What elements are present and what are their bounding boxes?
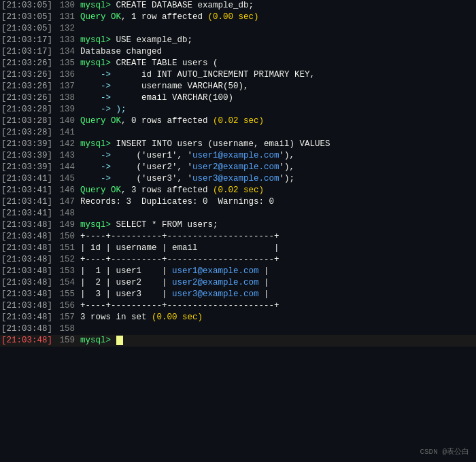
text-segment: +----+----------+---------------------+ bbox=[80, 232, 279, 241]
line-number: 149 bbox=[56, 219, 80, 231]
text-segment: user1@example.com bbox=[172, 266, 259, 276]
timestamp: [21:03:48] bbox=[1, 323, 56, 335]
text-segment: mysql> bbox=[80, 35, 116, 45]
terminal-line: [21:03:48]150+----+----------+----------… bbox=[0, 231, 476, 243]
text-segment: user2@example.com bbox=[172, 278, 259, 287]
text-segment: id INT AUTO_INCREMENT PRIMARY KEY, bbox=[141, 70, 315, 79]
text-segment: -> bbox=[80, 174, 137, 183]
terminal-line: [21:03:48]154| 2 | user2 | user2@example… bbox=[0, 277, 476, 289]
line-content: mysql> CREATE TABLE users ( bbox=[80, 58, 475, 69]
text-segment: | 3 | user3 | bbox=[80, 289, 172, 299]
text-segment: -> bbox=[80, 162, 137, 172]
terminal-line: [21:03:26]136 -> id INT AUTO_INCREMENT P… bbox=[0, 69, 476, 81]
line-number: 136 bbox=[56, 69, 80, 81]
text-segment: OK bbox=[111, 116, 121, 126]
terminal-line: [21:03:39]144 -> ('user2', 'user2@exampl… bbox=[0, 162, 476, 173]
text-segment: -> bbox=[80, 82, 141, 91]
timestamp: [21:03:26] bbox=[1, 92, 56, 104]
line-content: | id | username | email | bbox=[80, 243, 475, 254]
line-content: +----+----------+---------------------+ bbox=[80, 254, 475, 266]
line-number: 157 bbox=[56, 312, 80, 323]
text-segment: user3@example.com bbox=[192, 174, 279, 183]
text-segment: -> bbox=[80, 151, 137, 160]
timestamp: [21:03:05] bbox=[1, 0, 56, 12]
line-content: -> email VARCHAR(100) bbox=[80, 92, 475, 104]
line-number: 152 bbox=[56, 254, 80, 266]
watermark: CSDN @表公白 bbox=[420, 446, 469, 457]
line-content: | 2 | user2 | user2@example.com | bbox=[80, 277, 475, 289]
timestamp: [21:03:48] bbox=[1, 231, 56, 243]
timestamp: [21:03:39] bbox=[1, 139, 56, 150]
text-segment: -> ); bbox=[80, 105, 126, 114]
line-number: 145 bbox=[56, 173, 80, 185]
terminal-line: [21:03:26]135mysql> CREATE TABLE users ( bbox=[0, 58, 476, 69]
line-content bbox=[80, 208, 475, 219]
line-content: 3 rows in set (0.00 sec) bbox=[80, 312, 475, 323]
text-segment: | bbox=[259, 266, 269, 276]
text-segment: user1@example.com bbox=[192, 151, 279, 160]
line-content: -> ('user2', 'user2@example.com'), bbox=[80, 162, 475, 173]
line-number: 155 bbox=[56, 289, 80, 300]
line-number: 148 bbox=[56, 208, 80, 219]
line-content: mysql> bbox=[80, 335, 475, 346]
line-content: Query OK, 1 row affected (0.00 sec) bbox=[80, 12, 475, 23]
text-segment: '), bbox=[279, 151, 295, 160]
line-content: | 1 | user1 | user1@example.com | bbox=[80, 266, 475, 277]
line-content: +----+----------+---------------------+ bbox=[80, 300, 475, 312]
line-number: 151 bbox=[56, 243, 80, 254]
line-number: 150 bbox=[56, 231, 80, 243]
timestamp: [21:03:48] bbox=[1, 277, 56, 289]
timestamp: [21:03:41] bbox=[1, 185, 56, 196]
text-segment: user3@example.com bbox=[172, 289, 259, 299]
text-segment: | 1 | user1 | bbox=[80, 266, 172, 276]
line-content bbox=[80, 23, 475, 35]
line-content: -> ('user3', 'user3@example.com'); bbox=[80, 173, 475, 185]
text-segment: | 2 | user2 | bbox=[80, 278, 172, 287]
text-segment: (0.02 sec) bbox=[213, 185, 264, 195]
line-content: mysql> USE example_db; bbox=[80, 35, 475, 46]
text-segment: 3 rows in set bbox=[80, 313, 152, 322]
text-segment: ('user1', ' bbox=[137, 151, 193, 160]
terminal-line: [21:03:28]140Query OK, 0 rows affected (… bbox=[0, 116, 476, 127]
text-segment: , 0 rows affected bbox=[121, 116, 213, 126]
line-number: 159 bbox=[56, 335, 80, 346]
timestamp: [21:03:48] bbox=[1, 312, 56, 323]
terminal-output: [21:03:05]130mysql> CREATE DATABASE exam… bbox=[0, 0, 476, 346]
line-content: -> username VARCHAR(50), bbox=[80, 81, 475, 92]
line-number: 158 bbox=[56, 323, 80, 335]
line-number: 134 bbox=[56, 46, 80, 58]
line-content: Query OK, 0 rows affected (0.02 sec) bbox=[80, 116, 475, 127]
text-segment: '); bbox=[279, 174, 295, 183]
text-segment: mysql> bbox=[80, 220, 116, 230]
text-segment: USE example_db; bbox=[116, 35, 193, 45]
line-number: 144 bbox=[56, 162, 80, 173]
line-number: 147 bbox=[56, 196, 80, 208]
text-segment: -> bbox=[80, 70, 141, 79]
line-content bbox=[80, 127, 475, 139]
text-segment: email VARCHAR(100) bbox=[141, 93, 233, 103]
text-segment: mysql> bbox=[80, 58, 116, 68]
line-content: +----+----------+---------------------+ bbox=[80, 231, 475, 243]
text-segment: +----+----------+---------------------+ bbox=[80, 255, 279, 264]
timestamp: [21:03:48] bbox=[1, 243, 56, 254]
text-segment: username VARCHAR(50), bbox=[141, 82, 249, 91]
terminal-line: [21:03:39]143 -> ('user1', 'user1@exampl… bbox=[0, 150, 476, 162]
terminal-line: [21:03:48]158 bbox=[0, 323, 476, 335]
text-segment: -> bbox=[80, 93, 141, 103]
text-segment: mysql> bbox=[80, 139, 116, 149]
text-segment: ('user2', ' bbox=[137, 162, 193, 172]
cursor bbox=[116, 336, 123, 345]
line-number: 153 bbox=[56, 266, 80, 277]
terminal-line: [21:03:41]147Records: 3 Duplicates: 0 Wa… bbox=[0, 196, 476, 208]
terminal-line: [21:03:48]159mysql> bbox=[0, 335, 476, 346]
text-segment: OK bbox=[111, 12, 121, 22]
terminal-line: [21:03:28]139 -> ); bbox=[0, 104, 476, 116]
line-content: Records: 3 Duplicates: 0 Warnings: 0 bbox=[80, 196, 475, 208]
line-number: 133 bbox=[56, 35, 80, 46]
text-segment: (0.00 sec) bbox=[152, 313, 203, 322]
text-segment: ('user3', ' bbox=[137, 174, 193, 183]
line-number: 130 bbox=[56, 0, 80, 12]
text-segment: Query bbox=[80, 116, 111, 126]
text-segment: , 3 rows affected bbox=[121, 185, 213, 195]
terminal-line: [21:03:26]137 -> username VARCHAR(50), bbox=[0, 81, 476, 92]
